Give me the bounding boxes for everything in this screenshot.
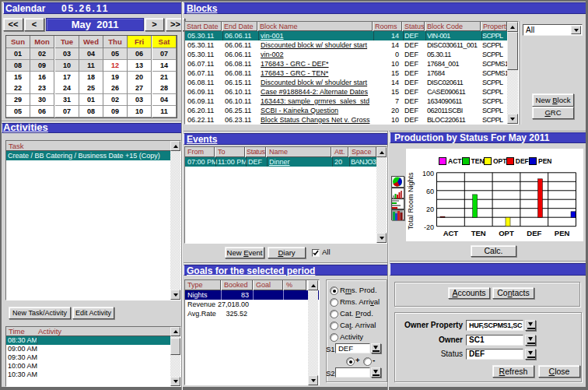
svg-text:Total Room Nights: Total Room Nights: [407, 172, 415, 230]
